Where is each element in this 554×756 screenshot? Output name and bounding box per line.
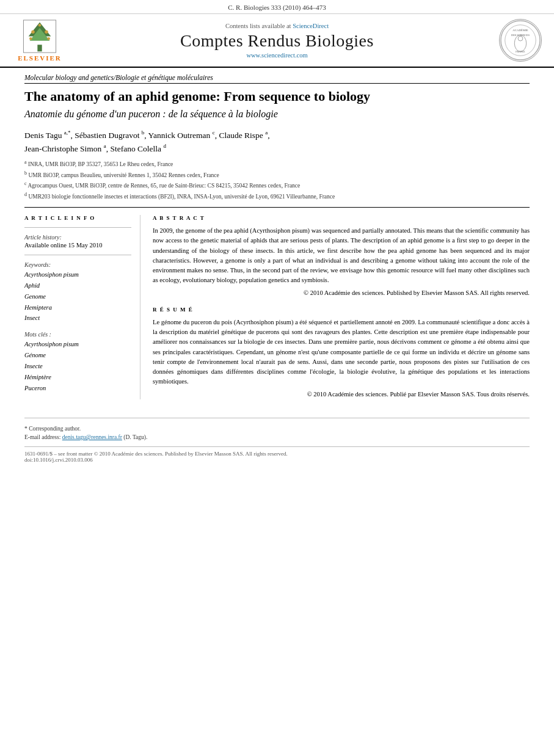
svg-rect-0 xyxy=(37,45,42,51)
affiliation-d: d UMR203 biologie fonctionnelle insectes… xyxy=(24,191,530,201)
article-title-english: The anatomy of an aphid genome: From seq… xyxy=(24,89,530,104)
elsevier-tree-icon xyxy=(21,20,58,53)
available-online: Available online 15 May 2010 xyxy=(24,242,131,249)
affiliation-c: c Agrocampus Ouest, UMR BiO3P, centre de… xyxy=(24,180,530,190)
affiliations-block: a INRA, UMR BiO3P, BP 35327, 35653 Le Rh… xyxy=(24,159,530,201)
mot-cle-4: Hémiptère xyxy=(24,372,131,383)
keyword-1: Acyrthosiphon pisum xyxy=(24,269,131,280)
page: C. R. Biologies 333 (2010) 464–473 ELSEV… xyxy=(0,0,554,756)
keywords-label: Keywords: xyxy=(24,261,131,268)
resume-text: Le génome du puceron du pois (Acyrthosip… xyxy=(153,318,530,399)
keyword-3: Genome xyxy=(24,291,131,302)
keywords-list: Acyrthosiphon pisum Aphid Genome Hemipte… xyxy=(24,269,131,324)
resume-title: R É S U M É xyxy=(153,307,530,313)
article-body: Molecular biology and genetics/Biologie … xyxy=(0,68,554,475)
info-divider-1 xyxy=(24,227,131,228)
svg-text:FRANCE: FRANCE xyxy=(516,51,525,53)
journal-title-block: Contents lists available at ScienceDirec… xyxy=(67,23,487,59)
issn-text: 1631-0691/$ – see front matter © 2010 Ac… xyxy=(24,451,530,457)
abstract-copyright: © 2010 Académie des sciences. Published … xyxy=(153,288,530,298)
article-info-column: A R T I C L E I N F O Article history: A… xyxy=(24,215,140,399)
mot-cle-2: Génome xyxy=(24,350,131,361)
mot-cle-3: Insecte xyxy=(24,361,131,372)
article-info-title: A R T I C L E I N F O xyxy=(24,215,131,221)
authors-list: Denis Tagu a,*, Sébastien Dugravot b, Ya… xyxy=(24,128,530,155)
citation-text: C. R. Biologies 333 (2010) 464–473 xyxy=(228,4,326,11)
mots-cles-list: Acyrthosiphon pisum Génome Insecte Hémip… xyxy=(24,339,131,393)
affiliation-a: a INRA, UMR BiO3P, BP 35327, 35653 Le Rh… xyxy=(24,159,530,169)
svg-point-14 xyxy=(518,36,523,41)
mots-cles-label: Mots clés : xyxy=(24,331,131,338)
journal-name: Comptes Rendus Biologies xyxy=(67,31,487,51)
header-divider xyxy=(24,207,530,208)
keyword-4: Hemiptera xyxy=(24,302,131,313)
abstract-title: A B S T R A C T xyxy=(153,215,530,221)
svg-point-5 xyxy=(29,37,32,40)
resume-body: Le génome du puceron du pois (Acyrthosip… xyxy=(153,319,530,385)
elsevier-wordmark: ELSEVIER xyxy=(18,54,62,62)
sciencedirect-line: Contents lists available at ScienceDirec… xyxy=(67,23,487,29)
mot-cle-1: Acyrthosiphon pisum xyxy=(24,339,131,350)
contents-text: Contents lists available at xyxy=(225,23,291,29)
academy-logo-container: ACADÉMIE DES SCIENCES FRANCE xyxy=(487,19,542,62)
email-link[interactable]: denis.tagu@rennes.inra.fr xyxy=(62,434,122,440)
two-column-layout: A R T I C L E I N F O Article history: A… xyxy=(24,215,530,399)
svg-point-7 xyxy=(38,23,42,26)
svg-text:ACADÉMIE: ACADÉMIE xyxy=(512,29,528,32)
info-divider-2 xyxy=(24,255,131,255)
resume-copyright: © 2010 Académie des sciences. Publié par… xyxy=(153,390,530,399)
elsevier-logo: ELSEVIER xyxy=(12,20,67,62)
svg-point-9 xyxy=(501,21,540,60)
doi-text: doi:10.1016/j.crvi.2010.03.006 xyxy=(24,457,530,463)
svg-point-3 xyxy=(31,30,35,34)
academy-logo: ACADÉMIE DES SCIENCES FRANCE xyxy=(499,19,542,62)
affiliation-b: b UMR BiO3P, campus Beaulieu, université… xyxy=(24,170,530,180)
journal-url: www.sciencedirect.com xyxy=(67,52,487,59)
abstract-column: A B S T R A C T In 2009, the genome of t… xyxy=(153,215,530,399)
mot-cle-5: Puceron xyxy=(24,383,131,394)
corresponding-author-note: * Corresponding author. E-mail address: … xyxy=(24,424,530,442)
journal-header: ELSEVIER Contents lists available at Sci… xyxy=(0,14,554,68)
abstract-body: In 2009, the genome of the pea aphid (Ac… xyxy=(153,227,530,283)
keyword-2: Aphid xyxy=(24,280,131,291)
svg-point-13 xyxy=(514,35,526,51)
article-section-tag: Molecular biology and genetics/Biologie … xyxy=(24,74,530,84)
email-label: E-mail address: xyxy=(24,434,60,440)
history-label: Article history: xyxy=(24,234,131,241)
issn-line: 1631-0691/$ – see front matter © 2010 Ac… xyxy=(24,446,530,463)
footer-area: * Corresponding author. E-mail address: … xyxy=(24,418,530,463)
academy-seal-icon: ACADÉMIE DES SCIENCES FRANCE xyxy=(500,19,541,62)
keyword-5: Insect xyxy=(24,313,131,324)
article-title-french: Anatomie du génome d'un puceron : de la … xyxy=(24,108,530,121)
abstract-text: In 2009, the genome of the pea aphid (Ac… xyxy=(153,226,530,298)
top-citation-bar: C. R. Biologies 333 (2010) 464–473 xyxy=(0,0,554,14)
svg-point-4 xyxy=(45,30,48,34)
svg-point-6 xyxy=(47,37,50,40)
sciencedirect-link[interactable]: ScienceDirect xyxy=(293,23,329,29)
email-suffix: (D. Tagu). xyxy=(123,434,147,440)
corresponding-star: * Corresponding author. xyxy=(24,426,81,432)
